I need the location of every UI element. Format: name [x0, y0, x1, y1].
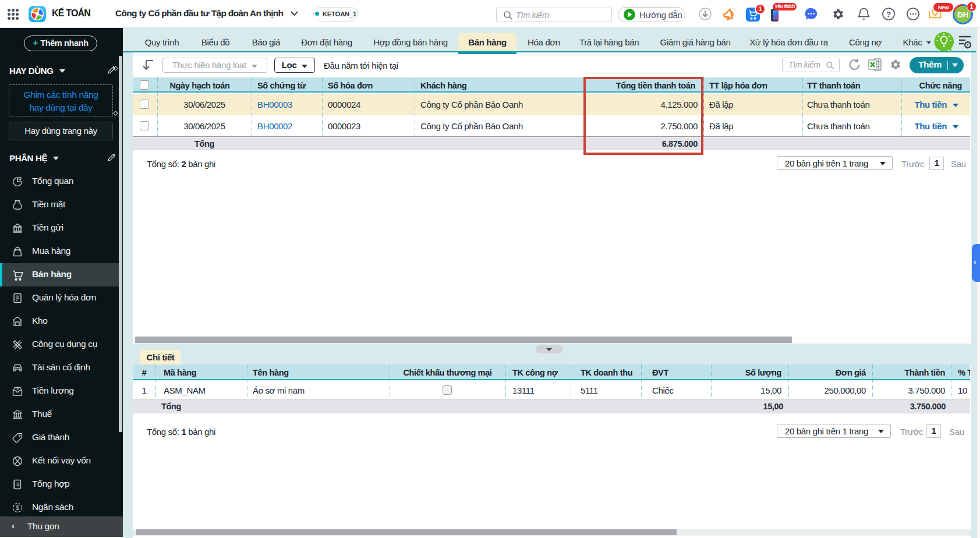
- svg-text:?: ?: [886, 10, 891, 19]
- svg-text:$: $: [16, 387, 19, 391]
- svg-text:$: $: [16, 482, 19, 487]
- svg-text:ĐH: ĐH: [957, 10, 968, 19]
- svg-text:$: $: [16, 505, 19, 511]
